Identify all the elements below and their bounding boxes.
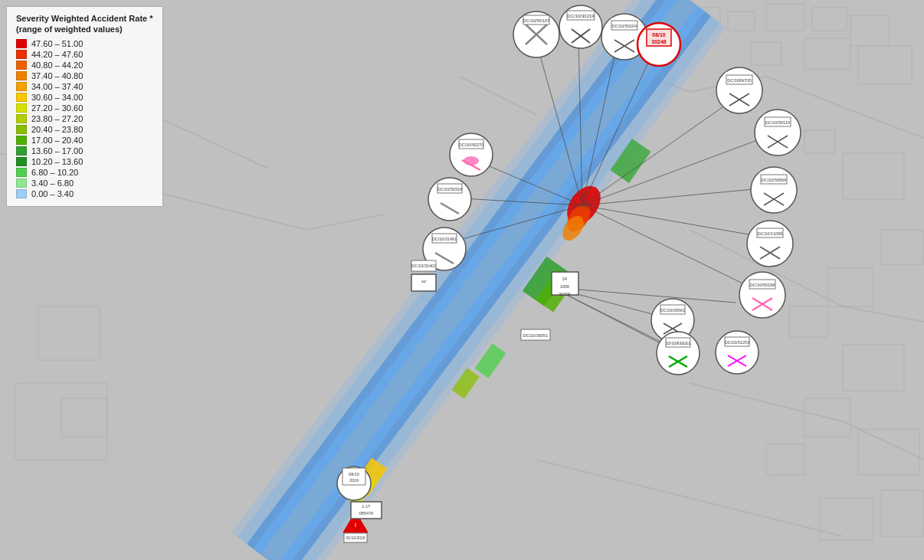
legend-swatch — [16, 103, 27, 113]
svg-point-90 — [716, 67, 762, 113]
svg-text:DC/10/51253: DC/10/51253 — [725, 340, 749, 345]
legend-swatch — [16, 114, 27, 123]
legend-range-label: 0.00 – 3.40 — [31, 189, 74, 198]
legend-item: 27.20 – 30.60 — [16, 103, 153, 113]
svg-text:10/10/EEEEL: 10/10/EEEEL — [665, 341, 690, 345]
svg-text:DC/10/00561: DC/10/00561 — [660, 308, 685, 313]
legend-item: 17.00 – 20.40 — [16, 136, 153, 145]
legend-item: 23.80 – 27.20 — [16, 114, 153, 123]
legend-range-label: 23.80 – 27.20 — [31, 114, 83, 123]
legend-range-label: 13.60 – 17.00 — [31, 146, 83, 156]
legend-swatch — [16, 82, 27, 91]
legend-swatch — [16, 146, 27, 156]
svg-text:30248: 30248 — [651, 39, 667, 44]
svg-text:24: 24 — [562, 277, 567, 281]
legend-swatch — [16, 189, 27, 198]
svg-text:01/10/2019: 01/10/2019 — [346, 535, 365, 540]
svg-point-95 — [755, 110, 801, 156]
svg-point-134 — [464, 156, 479, 165]
legend-range-label: 37.40 – 40.80 — [31, 71, 83, 80]
legend-range-label: 10.20 – 13.60 — [31, 157, 83, 166]
legend-range-label: 6.80 – 10.20 — [31, 168, 78, 177]
svg-text:DC/10/30051: DC/10/30051 — [523, 333, 548, 338]
legend-range-label: 47.60 – 51.00 — [31, 39, 83, 48]
legend-item: 6.80 – 10.20 — [16, 168, 153, 177]
legend-item: 40.80 – 44.20 — [16, 61, 153, 70]
map-container: DC/10/50107 DC/10/30219 DC/10/50104 08/1… — [0, 0, 924, 560]
legend-range-label: 30.60 – 34.00 — [31, 93, 83, 102]
legend-range-label: 44.20 – 47.60 — [31, 50, 83, 59]
svg-text:30206: 30206 — [559, 292, 570, 296]
legend-swatch — [16, 50, 27, 59]
svg-text:1000: 1000 — [560, 284, 569, 289]
svg-text:DC/10/50658: DC/10/50658 — [762, 178, 786, 182]
legend-item: 3.40 – 6.80 — [16, 178, 153, 188]
legend-item: 20.40 – 23.80 — [16, 125, 153, 134]
svg-text:DC/10/50316: DC/10/50316 — [437, 187, 462, 192]
legend-swatch — [16, 71, 27, 80]
svg-text:DC/10/NITID: DC/10/NITID — [727, 78, 752, 83]
legend-swatch — [16, 125, 27, 134]
svg-text:!: ! — [355, 522, 356, 528]
legend-swatch — [16, 93, 27, 102]
legend-swatch — [16, 39, 27, 48]
legend-item: 30.60 – 34.00 — [16, 93, 153, 102]
svg-text:DC/10/11096: DC/10/11096 — [758, 231, 782, 236]
svg-text:DC/10/50104: DC/10/50104 — [612, 24, 637, 28]
legend-range-label: 40.80 – 44.20 — [31, 61, 83, 70]
legend-swatch — [16, 157, 27, 166]
legend-swatch — [16, 178, 27, 188]
legend-item: 34.00 – 37.40 — [16, 82, 153, 91]
svg-text:sz: sz — [421, 279, 427, 283]
legend-item: 44.20 – 47.60 — [16, 50, 153, 59]
svg-point-100 — [751, 167, 797, 213]
svg-text:08/10: 08/10 — [349, 472, 359, 476]
svg-text:085479: 085479 — [359, 511, 373, 516]
legend-swatch — [16, 168, 27, 177]
legend-item: 10.20 – 13.60 — [16, 157, 153, 166]
svg-text:DC/10/50107: DC/10/50107 — [523, 18, 550, 23]
svg-point-105 — [747, 221, 793, 267]
legend-swatch — [16, 136, 27, 145]
legend-range-label: 20.40 – 23.80 — [31, 125, 83, 134]
svg-text:DC/10/30219: DC/10/30219 — [567, 14, 595, 18]
legend-swatch — [16, 61, 27, 70]
legend-range-label: 34.00 – 37.40 — [31, 82, 83, 91]
svg-text:2019: 2019 — [349, 478, 359, 483]
svg-text:DC/10/31401: DC/10/31401 — [411, 264, 436, 268]
legend-panel: Severity Weighted Accident Rate * (range… — [6, 6, 163, 207]
legend-item: 47.60 – 51.00 — [16, 39, 153, 48]
legend-title-text: Severity Weighted Accident Rate * — [16, 14, 153, 23]
svg-point-110 — [739, 272, 785, 318]
legend-item: 37.40 – 40.80 — [16, 71, 153, 80]
svg-text:DC/10/50188: DC/10/50188 — [750, 283, 775, 287]
legend-subtitle-text: (range of weighted values) — [16, 25, 123, 34]
legend-range-label: 27.20 – 30.60 — [31, 103, 83, 113]
legend-items: 47.60 – 51.0044.20 – 47.6040.80 – 44.203… — [16, 39, 153, 198]
legend-item: 0.00 – 3.40 — [16, 189, 153, 198]
svg-text:DC/10/50270: DC/10/50270 — [459, 142, 483, 147]
svg-text:DC/10/50110: DC/10/50110 — [765, 120, 790, 125]
svg-text:08/10: 08/10 — [652, 32, 666, 38]
svg-text:1-1T: 1-1T — [362, 504, 371, 509]
legend-item: 13.60 – 17.00 — [16, 146, 153, 156]
legend-range-label: 17.00 – 20.40 — [31, 136, 83, 145]
legend-title: Severity Weighted Accident Rate * (range… — [16, 13, 153, 35]
svg-text:DC/10/31491: DC/10/31491 — [432, 237, 457, 241]
legend-range-label: 3.40 – 6.80 — [31, 178, 74, 188]
